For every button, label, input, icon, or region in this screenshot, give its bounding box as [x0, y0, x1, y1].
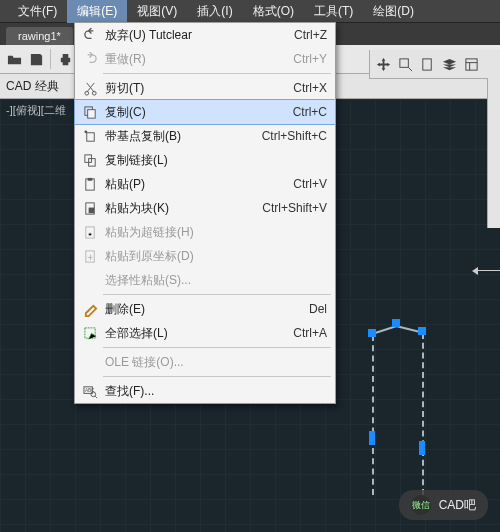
- menu-paste-orig: 粘贴到原坐标(D): [75, 244, 335, 268]
- menu-label: 复制链接(L): [101, 152, 327, 169]
- menu-format[interactable]: 格式(O): [243, 0, 304, 23]
- menu-separator: [103, 347, 331, 348]
- menu-file[interactable]: 文件(F): [8, 0, 67, 23]
- menu-label: 删除(E): [101, 301, 309, 318]
- pan-icon[interactable]: [373, 54, 393, 74]
- grip[interactable]: [419, 441, 425, 455]
- right-toolbar: [369, 50, 500, 79]
- menu-shortcut: Del: [309, 302, 327, 316]
- menu-shortcut: Ctrl+A: [293, 326, 327, 340]
- wechat-icon: 微信: [411, 495, 431, 515]
- menu-label: 粘贴为块(K): [101, 200, 262, 217]
- grip[interactable]: [369, 431, 375, 445]
- menu-separator: [103, 294, 331, 295]
- menu-redo: 重做(R) Ctrl+Y: [75, 47, 335, 71]
- menu-label: 粘贴为超链接(H): [101, 224, 327, 241]
- menu-label: 全部选择(L): [101, 325, 293, 342]
- menu-shortcut: Ctrl+V: [293, 177, 327, 191]
- menu-draw[interactable]: 绘图(D): [363, 0, 424, 23]
- edit-dropdown: 放弃(U) Tutclear Ctrl+Z 重做(R) Ctrl+Y 剪切(T)…: [74, 22, 336, 404]
- menu-paste-hyperlink: 粘贴为超链接(H): [75, 220, 335, 244]
- print-icon[interactable]: [55, 49, 75, 69]
- props-icon[interactable]: [461, 54, 481, 74]
- menu-label: 复制(C): [101, 104, 293, 121]
- menu-separator: [103, 73, 331, 74]
- grip[interactable]: [392, 319, 400, 327]
- erase-icon: [79, 302, 101, 317]
- menu-label: OLE 链接(O)...: [101, 354, 327, 371]
- menu-shortcut: Ctrl+X: [293, 81, 327, 95]
- menu-tools[interactable]: 工具(T): [304, 0, 363, 23]
- copy-base-icon: [79, 129, 101, 144]
- copy-link-icon: [79, 153, 101, 168]
- paste-block-icon: [79, 201, 101, 216]
- paste-orig-icon: [79, 249, 101, 264]
- toolbar-separator: [50, 49, 51, 69]
- svg-rect-2: [465, 58, 476, 69]
- open-icon[interactable]: [4, 49, 24, 69]
- menu-erase[interactable]: 删除(E) Del: [75, 297, 335, 321]
- selected-polyline[interactable]: [372, 321, 432, 501]
- menu-copy-basepoint[interactable]: 带基点复制(B) Ctrl+Shift+C: [75, 124, 335, 148]
- drawing-tab[interactable]: rawing1*: [6, 27, 73, 45]
- menu-find[interactable]: ABC 查找(F)...: [75, 379, 335, 403]
- menu-label: 查找(F)...: [101, 383, 327, 400]
- menu-label: 选择性粘贴(S)...: [101, 272, 327, 289]
- menu-insert[interactable]: 插入(I): [187, 0, 242, 23]
- menu-bar: 文件(F) 编辑(E) 视图(V) 插入(I) 格式(O) 工具(T) 绘图(D…: [0, 0, 500, 23]
- paste-icon: [79, 177, 101, 192]
- grip[interactable]: [368, 329, 376, 337]
- menu-copy-link[interactable]: 复制链接(L): [75, 148, 335, 172]
- svg-rect-7: [86, 132, 94, 140]
- grip[interactable]: [418, 327, 426, 335]
- copy-icon: [79, 105, 101, 120]
- menu-undo[interactable]: 放弃(U) Tutclear Ctrl+Z: [75, 23, 335, 47]
- menu-shortcut: Ctrl+Y: [293, 52, 327, 66]
- menu-copy[interactable]: 复制(C) Ctrl+C: [75, 100, 335, 124]
- save-icon[interactable]: [26, 49, 46, 69]
- menu-shortcut: Ctrl+Shift+C: [262, 129, 327, 143]
- ucs-hint: [468, 264, 500, 278]
- svg-rect-6: [87, 109, 95, 117]
- menu-paste-special: 选择性粘贴(S)...: [75, 268, 335, 292]
- doc-icon[interactable]: [417, 54, 437, 74]
- zoom-window-icon[interactable]: [395, 54, 415, 74]
- redo-icon: [79, 52, 101, 67]
- menu-label: 重做(R): [101, 51, 293, 68]
- find-icon: ABC: [79, 384, 101, 399]
- menu-shortcut: Ctrl+Z: [294, 28, 327, 42]
- right-toolstrip: [487, 78, 500, 228]
- menu-ole-link: OLE 链接(O)...: [75, 350, 335, 374]
- menu-shortcut: Ctrl+Shift+V: [262, 201, 327, 215]
- menu-edit[interactable]: 编辑(E): [67, 0, 127, 23]
- menu-cut[interactable]: 剪切(T) Ctrl+X: [75, 76, 335, 100]
- menu-label: 带基点复制(B): [101, 128, 262, 145]
- menu-view[interactable]: 视图(V): [127, 0, 187, 23]
- svg-rect-12: [87, 177, 92, 180]
- menu-paste[interactable]: 粘贴(P) Ctrl+V: [75, 172, 335, 196]
- cut-icon: [79, 81, 101, 96]
- svg-rect-1: [422, 58, 430, 69]
- menu-select-all[interactable]: 全部选择(L) Ctrl+A: [75, 321, 335, 345]
- paste-link-icon: [79, 225, 101, 240]
- layers-icon[interactable]: [439, 54, 459, 74]
- menu-label: 放弃(U) Tutclear: [101, 27, 294, 44]
- menu-label: 粘贴到原坐标(D): [101, 248, 327, 265]
- watermark-text: CAD吧: [439, 497, 476, 514]
- menu-label: 剪切(T): [101, 80, 293, 97]
- menu-separator: [103, 376, 331, 377]
- undo-icon: [79, 28, 101, 43]
- svg-rect-0: [399, 58, 407, 66]
- svg-text:ABC: ABC: [84, 388, 94, 393]
- workspace-label: CAD 经典: [6, 78, 59, 95]
- menu-paste-block[interactable]: 粘贴为块(K) Ctrl+Shift+V: [75, 196, 335, 220]
- select-all-icon: [79, 326, 101, 341]
- watermark-badge: 微信 CAD吧: [399, 490, 488, 520]
- menu-shortcut: Ctrl+C: [293, 105, 327, 119]
- viewport-label: -][俯视][二维: [6, 103, 66, 118]
- svg-point-8: [84, 130, 87, 133]
- menu-label: 粘贴(P): [101, 176, 293, 193]
- svg-rect-14: [88, 207, 94, 213]
